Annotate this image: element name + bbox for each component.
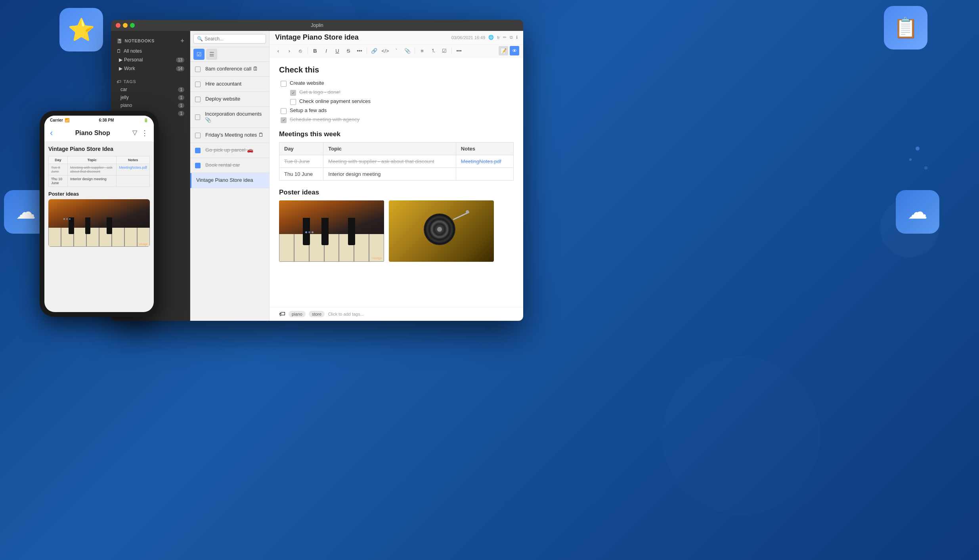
checkbox-ads[interactable] — [281, 108, 287, 114]
back-button[interactable]: ‹ — [50, 128, 53, 138]
inline-code-button[interactable]: ` — [392, 46, 401, 55]
note-checkbox-8am[interactable] — [195, 67, 201, 72]
back-button[interactable]: ‹ — [273, 46, 283, 55]
battery-icon: 🔋 — [143, 118, 148, 122]
more-button[interactable]: ⋮ — [141, 129, 148, 137]
maximize-button[interactable] — [130, 23, 135, 28]
tag-piano[interactable]: piano 1 — [111, 101, 190, 109]
label-ads: Setup a few ads — [290, 107, 327, 113]
tag-jelly-count: 1 — [178, 95, 184, 100]
italic-button[interactable]: I — [321, 46, 331, 55]
phone-col-topic: Topic — [68, 156, 117, 164]
link-button[interactable]: 🔗 — [369, 46, 379, 55]
note-item-incorporation[interactable]: Incorporation documents 📎 — [190, 107, 269, 128]
all-notes-icon: 🗒 — [117, 48, 121, 54]
strikethrough-button[interactable]: S — [344, 46, 353, 55]
search-input[interactable]: 🔍 — [193, 34, 266, 44]
tag-jelly-label: jelly — [120, 95, 129, 100]
note-checkbox-go-pickup[interactable] — [195, 148, 201, 153]
phone-col-notes: Notes — [117, 156, 150, 164]
list-view-button[interactable]: ☰ — [206, 49, 217, 60]
all-notes-item[interactable]: 🗒 All notes — [111, 47, 190, 55]
attachment-button[interactable]: 📎 — [403, 46, 412, 55]
note-checkbox-friday[interactable] — [195, 133, 201, 138]
search-field[interactable] — [205, 36, 262, 42]
code-button[interactable]: </> — [381, 46, 390, 55]
minimize-button[interactable] — [123, 23, 128, 28]
checkbox-schedule[interactable] — [281, 117, 287, 123]
piano-bg: Vintage — [279, 200, 384, 262]
note-item-piano-store[interactable]: Vintage Piano Store idea — [190, 173, 269, 188]
forward-button[interactable]: › — [285, 46, 294, 55]
checklist-item-create-website: Create website — [279, 80, 514, 87]
info-icon[interactable]: ℹ — [516, 35, 518, 40]
search-icon: 🔍 — [197, 36, 203, 42]
tag-jelly[interactable]: jelly 1 — [111, 93, 190, 101]
copy-icon[interactable]: ⧉ — [510, 35, 513, 40]
checkbox-list-button[interactable]: ☑ — [440, 46, 449, 55]
external-link-button[interactable]: ⎋ — [296, 46, 305, 55]
bold-button[interactable]: B — [310, 46, 320, 55]
add-tag-button[interactable]: Click to add tags... — [328, 312, 364, 316]
meeting-notes-link[interactable]: MeetingNotes.pdf — [461, 158, 501, 164]
bullet-list-button[interactable]: ≡ — [417, 46, 427, 55]
note-item-deploy[interactable]: Deploy website — [190, 92, 269, 107]
note-checkbox-hire[interactable] — [195, 82, 201, 87]
tag-car-count: 1 — [178, 87, 184, 92]
note-item-friday[interactable]: Friday's Meeting notes 🗒 — [190, 128, 269, 143]
checklist-view-button[interactable]: ☑ — [193, 49, 205, 60]
add-notebook-button[interactable]: + — [180, 37, 184, 44]
note-checkbox-book-rental[interactable] — [195, 163, 201, 168]
filter-button[interactable]: ▽ — [132, 129, 137, 137]
mobile-phone: Carrier 📶 6:38 PM 🔋 ‹ Piano Shop ▽ ⋮ Vin… — [40, 111, 159, 317]
tag-chip-piano[interactable]: piano — [289, 311, 306, 317]
tags-icon: 🏷 — [117, 79, 121, 84]
meetings-table: Day Topic Notes Tue 8 June Meeting with … — [279, 142, 514, 181]
folder-arrow-icon: ▶ — [119, 57, 122, 63]
sidebar-item-work[interactable]: ▶ Work 14 — [111, 64, 190, 73]
note-checkbox-incorporation[interactable] — [195, 114, 200, 120]
phone-poster-title: Poster ideas — [48, 191, 150, 197]
phone-row1-day: Tue 8 June — [49, 164, 68, 175]
folder-arrow-icon-work: ▶ — [119, 66, 122, 71]
tags-label: TAGS — [124, 79, 136, 84]
work-folder-label: Work — [124, 66, 135, 71]
tag-car[interactable]: car 1 — [111, 86, 190, 93]
phone-meeting-link[interactable]: MeetingNotes.pdf — [119, 166, 147, 170]
editor-date: 03/06/2021 16:49 — [451, 35, 486, 40]
source-view-button[interactable]: 📝 — [499, 46, 508, 55]
tag-icon: 🏷 — [279, 310, 285, 318]
editor-title: Vintage Piano Store idea — [275, 33, 359, 42]
phone-content: Vintage Piano Store Idea Day Topic Notes… — [44, 142, 154, 312]
close-button[interactable] — [116, 23, 120, 28]
traffic-lights — [116, 23, 135, 28]
tag-chip-store[interactable]: store — [309, 311, 325, 317]
note-item-go-pickup[interactable]: Go pick up parcel 🚗 — [190, 143, 269, 158]
phone-table-row-1: Tue 8 June Meeting with supplier - ask a… — [49, 164, 150, 175]
note-checkbox-deploy[interactable] — [195, 97, 201, 102]
preview-button[interactable]: 👁 — [510, 46, 519, 55]
note-title-book-rental: Book rental car — [205, 162, 240, 168]
editor: Vintage Piano Store idea 03/06/2021 16:4… — [270, 31, 523, 321]
note-item-hire[interactable]: Hire accountant — [190, 77, 269, 92]
table-row-2: Thu 10 June Interior design meeting — [279, 168, 514, 181]
deco-dot-3 — [924, 166, 927, 170]
checkbox-payment[interactable] — [290, 99, 296, 105]
sidebar-item-personal[interactable]: ▶ Personal 13 — [111, 55, 190, 64]
note-item-8am[interactable]: 8am conference call 🗓 — [190, 62, 269, 77]
tag-car-label: car — [120, 87, 127, 92]
editor-tags-bar: 🏷 piano store Click to add tags... — [270, 307, 523, 321]
phone-nav-title: Piano Shop — [75, 130, 110, 137]
underline-button[interactable]: U — [333, 46, 342, 55]
more-formatting-button[interactable]: ••• — [355, 46, 364, 55]
phone-row2-topic: Interior design meeting — [68, 175, 117, 187]
checkbox-create-website[interactable] — [281, 81, 287, 87]
checkbox-logo[interactable] — [290, 90, 296, 96]
record-poster-image — [389, 200, 494, 262]
wifi-icon: 📶 — [65, 118, 69, 122]
note-title-8am: 8am conference call 🗓 — [205, 66, 258, 72]
numbered-list-button[interactable]: ⒈ — [428, 46, 438, 55]
more-tools-button[interactable]: ••• — [454, 46, 464, 55]
note-item-book-rental[interactable]: Book rental car — [190, 158, 269, 173]
edit-icon[interactable]: ✏ — [503, 35, 507, 40]
